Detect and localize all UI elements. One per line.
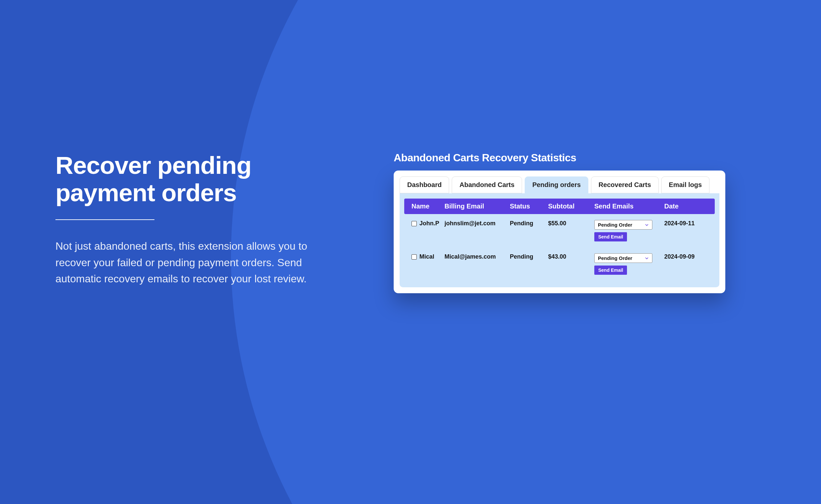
chevron-down-icon	[645, 223, 649, 227]
dropdown-value: Pending Order	[598, 222, 632, 228]
tab-email-logs[interactable]: Email logs	[661, 176, 710, 193]
col-header-date: Date	[664, 203, 714, 210]
table: Name Billing Email Status Subtotal Send …	[399, 193, 719, 287]
row-date: 2024-09-09	[664, 253, 714, 260]
panel: Dashboard Abandoned Carts Pending orders…	[394, 171, 725, 293]
page-heading: Recover pending payment orders	[55, 152, 319, 206]
heading-line-1: Recover pending	[55, 151, 251, 179]
chevron-down-icon	[645, 256, 649, 260]
row-checkbox[interactable]	[412, 254, 417, 260]
col-header-email: Billing Email	[445, 203, 510, 210]
tab-dashboard[interactable]: Dashboard	[399, 176, 449, 193]
row-send: Pending Order Send Email	[594, 220, 664, 241]
heading-line-2: payment orders	[55, 179, 237, 206]
row-email: johnslim@jet.com	[445, 220, 510, 227]
dropdown-value: Pending Order	[598, 255, 632, 261]
page-description: Not just abandoned carts, this extension…	[55, 238, 319, 287]
tab-abandoned-carts[interactable]: Abandoned Carts	[452, 176, 522, 193]
template-dropdown[interactable]: Pending Order	[594, 220, 652, 230]
cell-name: Mical	[404, 253, 445, 260]
send-email-button[interactable]: Send Email	[594, 232, 627, 241]
col-header-status: Status	[510, 203, 548, 210]
send-email-button[interactable]: Send Email	[594, 266, 627, 275]
row-send: Pending Order Send Email	[594, 253, 664, 275]
col-header-send: Send Emails	[594, 203, 664, 210]
col-header-name: Name	[404, 203, 445, 210]
row-date: 2024-09-11	[664, 220, 714, 227]
row-subtotal: $55.00	[548, 220, 594, 227]
stats-card: Abandoned Carts Recovery Statistics Dash…	[394, 152, 725, 293]
left-panel: Recover pending payment orders Not just …	[55, 152, 319, 287]
tabs: Dashboard Abandoned Carts Pending orders…	[399, 176, 719, 193]
row-checkbox[interactable]	[412, 221, 417, 226]
cell-name: John.P	[404, 220, 445, 227]
table-row: John.P johnslim@jet.com Pending $55.00 P…	[404, 214, 715, 247]
template-dropdown[interactable]: Pending Order	[594, 253, 652, 263]
row-name: John.P	[420, 220, 439, 227]
row-subtotal: $43.00	[548, 253, 594, 260]
row-status: Pending	[510, 220, 548, 227]
tab-pending-orders[interactable]: Pending orders	[525, 176, 588, 193]
tab-recovered-carts[interactable]: Recovered Carts	[591, 176, 659, 193]
table-row: Mical Mical@james.com Pending $43.00 Pen…	[404, 247, 715, 281]
row-name: Mical	[420, 253, 434, 260]
row-email: Mical@james.com	[445, 253, 510, 260]
table-header: Name Billing Email Status Subtotal Send …	[404, 199, 715, 214]
row-status: Pending	[510, 253, 548, 260]
card-title: Abandoned Carts Recovery Statistics	[394, 152, 725, 164]
heading-underline	[55, 219, 154, 220]
col-header-subtotal: Subtotal	[548, 203, 594, 210]
